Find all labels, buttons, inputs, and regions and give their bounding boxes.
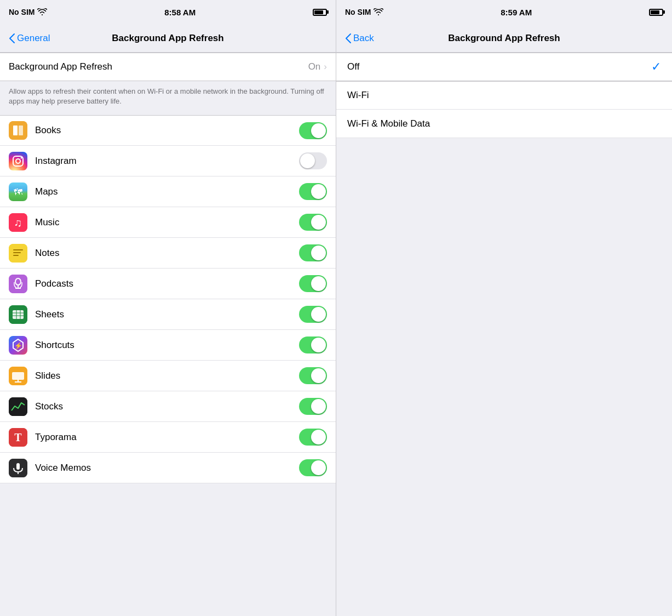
option-row-wifi-data[interactable]: Wi-Fi & Mobile Data [336, 110, 672, 138]
option-wifi-label: Wi-Fi [347, 90, 369, 101]
voicememos-toggle[interactable] [299, 459, 327, 476]
app-row-podcasts: Podcasts [0, 269, 336, 299]
left-status-bar: No SIM 8:58 AM [0, 0, 336, 24]
svg-point-4 [16, 159, 20, 163]
maps-toggle[interactable] [299, 183, 327, 200]
svg-rect-1 [13, 126, 18, 135]
description-text: Allow apps to refresh their content when… [0, 81, 336, 115]
instagram-app-name: Instagram [35, 156, 299, 167]
left-panel: No SIM 8:58 AM General Background App Re… [0, 0, 336, 616]
svg-rect-13 [9, 275, 27, 293]
music-icon-svg: ♫ [9, 213, 27, 232]
option-off-checkmark: ✓ [651, 60, 661, 74]
voicememos-app-name: Voice Memos [35, 463, 299, 474]
music-app-name: Music [35, 217, 299, 228]
svg-rect-29 [9, 397, 27, 416]
slides-toggle[interactable] [299, 367, 327, 384]
apps-list: Books Instagram [0, 115, 336, 483]
left-carrier: No SIM [9, 8, 35, 16]
music-toggle[interactable] [299, 214, 327, 231]
app-row-books: Books [0, 115, 336, 146]
notes-icon-svg [9, 244, 27, 263]
podcasts-app-icon [9, 275, 27, 293]
stocks-toggle[interactable] [299, 398, 327, 415]
left-nav-bar: General Background App Refresh [0, 24, 336, 53]
right-carrier: No SIM [345, 8, 371, 16]
option-off-label: Off [347, 61, 651, 72]
sheets-toggle-knob [311, 307, 326, 322]
right-wifi-icon [374, 8, 383, 16]
wifi-icon [37, 8, 47, 16]
right-nav-bar: Back Background App Refresh [336, 24, 672, 53]
svg-rect-18 [13, 310, 24, 319]
typorama-toggle-knob [311, 430, 326, 444]
right-panel: No SIM 8:59 AM Back Background App Refre… [336, 0, 672, 616]
chevron-right-icon: › [324, 61, 327, 72]
typorama-icon-svg: T [9, 428, 27, 447]
right-content: Off ✓ Wi-Fi Wi-Fi & Mobile Data [336, 53, 672, 616]
svg-rect-0 [9, 121, 27, 140]
maps-icon-svg: 🗺 [9, 182, 27, 201]
option-row-off[interactable]: Off ✓ [336, 53, 672, 81]
app-row-sheets: Sheets [0, 299, 336, 330]
left-status-right [313, 9, 327, 16]
instagram-toggle[interactable] [299, 152, 327, 169]
voicememos-icon-svg [9, 459, 27, 477]
left-back-button[interactable]: General [9, 33, 50, 44]
books-app-name: Books [35, 125, 299, 136]
app-row-shortcuts: ⚡ Shortcuts [0, 330, 336, 361]
app-row-slides: Slides [0, 361, 336, 391]
svg-text:T: T [14, 431, 22, 443]
instagram-icon-svg [9, 152, 27, 170]
podcasts-app-name: Podcasts [35, 278, 299, 289]
shortcuts-toggle-knob [311, 338, 326, 352]
slides-app-icon [9, 367, 27, 385]
left-nav-title: Background App Refresh [112, 33, 223, 44]
svg-rect-12 [13, 255, 19, 256]
right-status-left: No SIM [345, 8, 383, 16]
svg-rect-10 [13, 249, 23, 250]
voicememos-app-icon [9, 459, 27, 477]
voicememos-toggle-knob [311, 460, 326, 475]
shortcuts-icon-svg: ⚡ [9, 336, 27, 355]
right-back-button[interactable]: Back [345, 33, 374, 44]
left-chevron-icon [9, 33, 15, 44]
shortcuts-toggle[interactable] [299, 336, 327, 353]
right-nav-title: Background App Refresh [448, 33, 560, 44]
svg-text:♫: ♫ [14, 216, 22, 229]
svg-rect-11 [13, 252, 21, 253]
app-row-stocks: Stocks [0, 391, 336, 422]
instagram-app-icon [9, 152, 27, 170]
app-row-voicememos: Voice Memos [0, 453, 336, 483]
maps-app-icon: 🗺 [9, 182, 27, 201]
option-row-wifi[interactable]: Wi-Fi [336, 81, 672, 110]
background-app-refresh-label: Background App Refresh [9, 61, 308, 72]
books-toggle-knob [311, 123, 326, 138]
svg-rect-26 [12, 372, 24, 380]
left-content: Background App Refresh On › Allow apps t… [0, 53, 336, 616]
notes-app-icon [9, 244, 27, 263]
svg-text:🗺: 🗺 [14, 187, 22, 197]
right-chevron-icon [345, 33, 352, 44]
option-wifi-data-label: Wi-Fi & Mobile Data [347, 118, 430, 129]
podcasts-toggle[interactable] [299, 275, 327, 292]
typorama-toggle[interactable] [299, 429, 327, 446]
left-battery-icon [313, 9, 327, 16]
background-app-refresh-row[interactable]: Background App Refresh On › [0, 53, 336, 81]
sheets-app-name: Sheets [35, 309, 299, 320]
svg-text:⚡: ⚡ [14, 341, 22, 350]
svg-rect-2 [19, 126, 23, 135]
left-back-label: General [17, 33, 50, 44]
typorama-app-name: Typorama [35, 432, 299, 443]
stocks-app-name: Stocks [35, 401, 299, 412]
sheets-toggle[interactable] [299, 306, 327, 323]
notes-toggle[interactable] [299, 244, 327, 261]
svg-rect-33 [16, 463, 20, 470]
music-toggle-knob [311, 215, 326, 230]
books-app-icon [9, 121, 27, 140]
app-row-typorama: T Typorama [0, 422, 336, 453]
books-toggle[interactable] [299, 122, 327, 139]
sheets-app-icon [9, 305, 27, 324]
podcasts-icon-svg [9, 275, 27, 293]
slides-icon-svg [9, 367, 27, 385]
